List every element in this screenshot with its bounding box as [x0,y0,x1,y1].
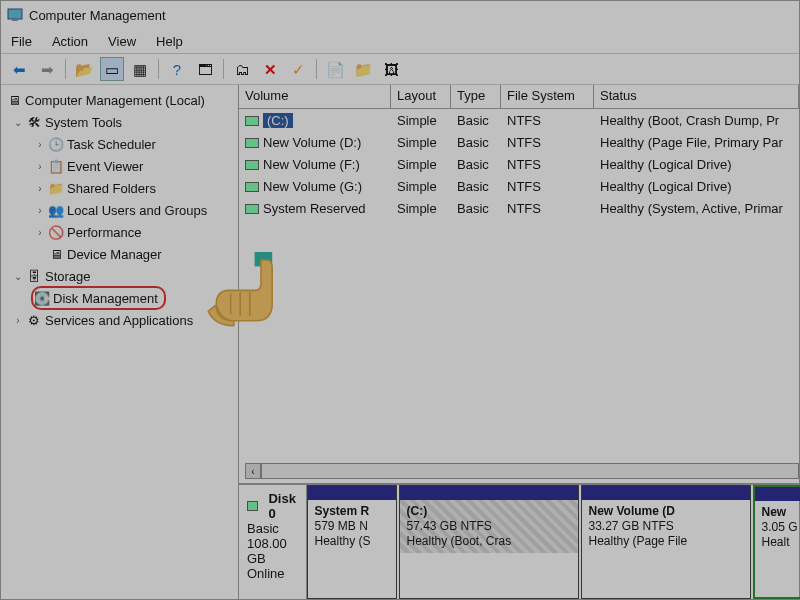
disk-icon [247,501,258,511]
volume-fs: NTFS [501,157,594,172]
action-button[interactable]: 🗂 [230,57,254,81]
tree-performance[interactable]: ›🚫Performance [3,221,236,243]
partition-size: 57.43 GB NTFS [406,519,572,534]
disk-map[interactable]: Disk 0 Basic 108.00 GB Online System R57… [239,483,799,599]
toolbar-separator [316,59,317,79]
tree-label: Performance [65,225,143,240]
partition-status: Healthy (Page File [588,534,744,549]
extra-button-3[interactable]: 🖼 [379,57,403,81]
drive-icon [245,138,259,148]
tree-system-tools[interactable]: ⌄ 🛠 System Tools [3,111,236,133]
volume-row[interactable]: New Volume (F:)SimpleBasicNTFSHealthy (L… [239,153,799,175]
back-button[interactable]: ⬅ [7,57,31,81]
tree-local-users[interactable]: ›👥Local Users and Groups [3,199,236,221]
tree-services[interactable]: › ⚙ Services and Applications [3,309,236,331]
help-button[interactable]: ? [165,57,189,81]
collapse-icon[interactable]: ⌄ [11,271,25,282]
tree-label: System Tools [43,115,124,130]
expand-icon[interactable]: › [33,161,47,172]
tools-icon: 🛠 [25,114,43,130]
tree-label: Task Scheduler [65,137,158,152]
expand-icon[interactable]: › [33,227,47,238]
disk-type: Basic [247,521,298,536]
users-icon: 👥 [47,202,65,218]
tree-disk-management-row[interactable]: 💽 Disk Management [3,287,236,309]
volume-fs: NTFS [501,135,594,150]
partition[interactable]: New 3.05 GHealt [753,485,800,599]
col-type[interactable]: Type [451,85,501,108]
svg-rect-1 [12,19,18,21]
tree-device-manager[interactable]: 🖥Device Manager [3,243,236,265]
extra-button-1[interactable]: 📄 [323,57,347,81]
volume-status: Healthy (Logical Drive) [594,179,799,194]
title-bar: Computer Management [1,1,799,29]
tree-label: Services and Applications [43,313,195,328]
refresh-button[interactable]: 🗔 [193,57,217,81]
expand-icon[interactable]: › [33,139,47,150]
partition-title: New Volume (D [588,504,744,519]
volume-type: Basic [451,135,501,150]
up-button[interactable]: 📂 [72,57,96,81]
expand-icon[interactable]: › [11,315,25,326]
tree-root[interactable]: 🖥 Computer Management (Local) [3,89,236,111]
partition-size: 579 MB N [314,519,390,534]
menu-help[interactable]: Help [156,34,183,49]
volume-name: New Volume (F:) [263,157,360,172]
show-hide-tree-button[interactable]: ▭ [100,57,124,81]
volume-list-header: Volume Layout Type File System Status [239,85,799,109]
storage-icon: 🗄 [25,268,43,284]
scroll-left-button[interactable]: ‹ [245,463,261,479]
volume-name: System Reserved [263,201,366,216]
folder-icon: 📁 [47,180,65,196]
highlight-box: 💽 Disk Management [31,286,166,310]
volume-row[interactable]: (C:)SimpleBasicNTFSHealthy (Boot, Crash … [239,109,799,131]
menu-view[interactable]: View [108,34,136,49]
partition-color-bar [582,486,750,500]
menu-action[interactable]: Action [52,34,88,49]
menu-file[interactable]: File [11,34,32,49]
properties-button[interactable]: ▦ [128,57,152,81]
volume-row[interactable]: New Volume (D:)SimpleBasicNTFSHealthy (P… [239,131,799,153]
event-icon: 📋 [47,158,65,174]
horizontal-scrollbar[interactable]: ‹ [245,463,799,479]
disk-info[interactable]: Disk 0 Basic 108.00 GB Online [239,485,307,599]
partition[interactable]: System R579 MB NHealthy (S [307,485,397,599]
tree-task-scheduler[interactable]: ›🕒Task Scheduler [3,133,236,155]
volume-list[interactable]: (C:)SimpleBasicNTFSHealthy (Boot, Crash … [239,109,799,219]
scroll-track[interactable] [261,463,799,479]
forward-button[interactable]: ➡ [35,57,59,81]
volume-type: Basic [451,113,501,128]
partition[interactable]: (C:)57.43 GB NTFSHealthy (Boot, Cras [399,485,579,599]
col-status[interactable]: Status [594,85,799,108]
col-layout[interactable]: Layout [391,85,451,108]
volume-layout: Simple [391,157,451,172]
drive-icon [245,160,259,170]
partition-title: System R [314,504,390,519]
partition-color-bar [400,486,578,500]
col-volume[interactable]: Volume [239,85,391,108]
nav-tree[interactable]: 🖥 Computer Management (Local) ⌄ 🛠 System… [1,85,239,599]
check-button[interactable]: ✓ [286,57,310,81]
collapse-icon[interactable]: ⌄ [11,117,25,128]
tree-label: Event Viewer [65,159,145,174]
volume-status: Healthy (Page File, Primary Par [594,135,799,150]
volume-fs: NTFS [501,113,594,128]
volume-layout: Simple [391,201,451,216]
tree-label: Storage [43,269,93,284]
partition-size: 33.27 GB NTFS [588,519,744,534]
tree-shared-folders[interactable]: ›📁Shared Folders [3,177,236,199]
volume-row[interactable]: New Volume (G:)SimpleBasicNTFSHealthy (L… [239,175,799,197]
col-filesystem[interactable]: File System [501,85,594,108]
app-icon [7,7,23,23]
volume-name: (C:) [263,113,293,128]
tree-event-viewer[interactable]: ›📋Event Viewer [3,155,236,177]
extra-button-2[interactable]: 📁 [351,57,375,81]
delete-button[interactable]: ✕ [258,57,282,81]
volume-fs: NTFS [501,179,594,194]
partition[interactable]: New Volume (D33.27 GB NTFSHealthy (Page … [581,485,751,599]
expand-icon[interactable]: › [33,183,47,194]
volume-row[interactable]: System ReservedSimpleBasicNTFSHealthy (S… [239,197,799,219]
expand-icon[interactable]: › [33,205,47,216]
volume-layout: Simple [391,179,451,194]
tree-storage[interactable]: ⌄ 🗄 Storage [3,265,236,287]
